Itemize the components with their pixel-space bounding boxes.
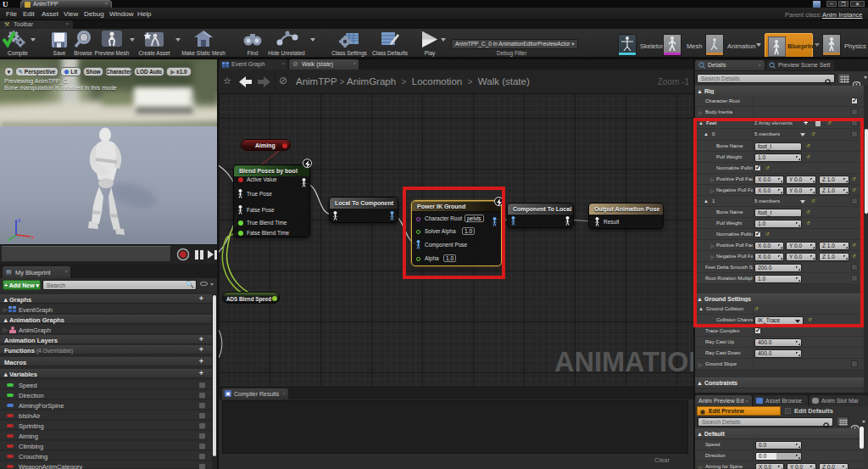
svg-text:x: x bbox=[31, 234, 35, 240]
svg-text:z: z bbox=[18, 217, 21, 223]
svg-text:y: y bbox=[8, 237, 11, 242]
